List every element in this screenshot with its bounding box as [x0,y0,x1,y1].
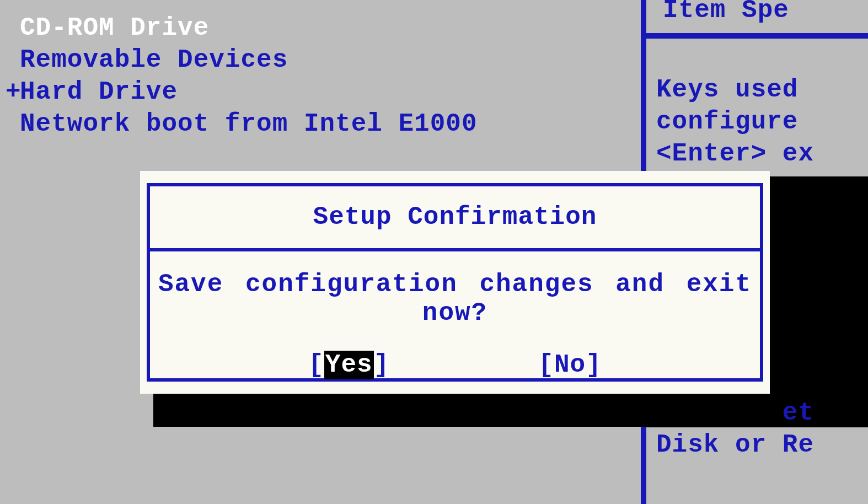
boot-item-cdrom[interactable]: CD-ROM Drive [6,12,478,44]
help-line: Keys used [656,76,814,104]
boot-item-label: Removable Devices [20,46,288,74]
setup-confirmation-dialog: Setup Confirmation Save configuration ch… [140,171,770,394]
no-button[interactable]: [No] [538,351,601,379]
help-line: Disk or Re [656,431,814,459]
bracket-close: ] [586,351,602,379]
boot-item-removable[interactable]: Removable Devices [6,44,478,76]
expand-marker [6,12,20,44]
boot-order-list: CD-ROM Drive Removable Devices +Hard Dri… [6,12,478,140]
expand-marker [6,44,20,76]
dialog-message: Save configuration changes and exit now? [150,251,760,337]
bracket-close: ] [374,351,390,379]
boot-item-label: Network boot from Intel E1000 [20,110,478,138]
help-line: <Enter> ex [656,140,814,168]
expand-marker: + [6,76,20,108]
dialog-shadow [153,393,783,427]
help-title-text: Item Spe [663,0,789,25]
no-button-label: No [554,351,586,379]
help-line: configure [656,108,814,136]
dialog-frame: Setup Confirmation Save configuration ch… [147,183,763,382]
yes-button-label: Yes [324,351,374,379]
dialog-title: Setup Confirmation [150,186,760,251]
boot-item-harddrive[interactable]: +Hard Drive [6,76,478,108]
yes-button[interactable]: [Yes] [308,351,389,379]
expand-marker [6,108,20,140]
help-title: Item Spe [646,0,868,39]
help-body: Keys used configure <Enter> ex [656,74,868,170]
dialog-button-row: [Yes] [No] [150,337,760,379]
boot-item-label: Hard Drive [20,78,178,106]
boot-item-label: CD-ROM Drive [20,14,209,42]
boot-item-network[interactable]: Network boot from Intel E1000 [6,108,478,140]
bracket-open: [ [538,351,554,379]
bracket-open: [ [308,351,324,379]
